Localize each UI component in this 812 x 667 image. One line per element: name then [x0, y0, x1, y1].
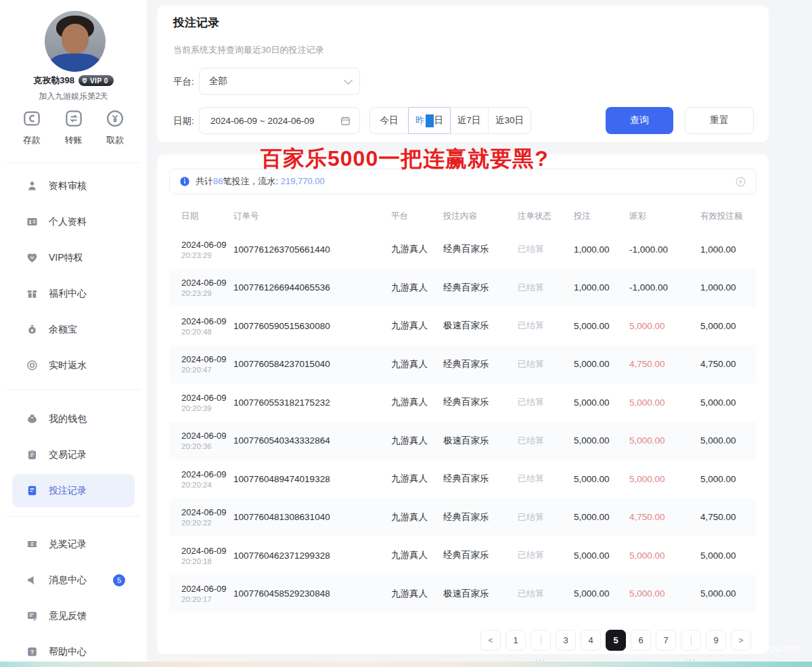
bet-content: 经典百家乐 — [443, 549, 518, 561]
range-button-近7日[interactable]: 近7日 — [450, 108, 489, 133]
reset-button[interactable]: 重置 — [685, 107, 754, 134]
sidebar-item-audit[interactable]: 资料审核 — [0, 168, 147, 204]
bet-date: 2024-06-09 — [181, 546, 233, 556]
bet-time: 20:20:48 — [181, 328, 233, 336]
table-row[interactable]: 2024-06-0920:23:291007761266944065536九游真… — [169, 269, 757, 307]
query-button[interactable]: 查询 — [606, 107, 673, 134]
order-number: 1007760590515630080 — [233, 321, 391, 331]
bet-content: 经典百家乐 — [443, 282, 518, 294]
vip-icon — [26, 251, 39, 264]
sidebar-item-megaphone[interactable]: 消息中心5 — [0, 562, 147, 598]
unread-count-badge: 5 — [113, 574, 125, 586]
more-pages-button[interactable]: ... — [531, 630, 551, 651]
table-row[interactable]: 2024-06-0920:20:361007760540343332864九游真… — [169, 422, 757, 460]
page-button-6[interactable]: 6 — [631, 630, 651, 651]
range-button-今日[interactable]: 今日 — [370, 108, 409, 133]
quick-action-deposit[interactable]: 存款 — [22, 108, 42, 146]
table-row[interactable]: 2024-06-0920:20:221007760481308631040九游真… — [169, 498, 757, 537]
date-range-input[interactable]: 2024-06-09 ~ 2024-06-09 — [199, 107, 360, 134]
bet-count: 86 — [213, 176, 223, 186]
vip-badge: VIP 0 — [78, 75, 114, 86]
sidebar-item-notebook[interactable]: 投注记录 — [12, 474, 135, 507]
expand-plus-icon[interactable] — [735, 176, 746, 188]
quick-actions: 存款转账取款 — [0, 108, 147, 146]
order-number: 1007760540343332864 — [233, 435, 391, 446]
payout-amount: 5,000.00 — [629, 397, 700, 408]
sidebar-item-rebate[interactable]: 实时返水 — [0, 347, 147, 383]
piggy-icon — [26, 412, 39, 425]
page-subtitle: 当前系统支持查询最近30日的投注记录 — [173, 44, 323, 56]
bet-date-cell: 2024-06-0920:20:39 — [181, 393, 233, 412]
bet-status: 已结算 — [518, 358, 574, 370]
page-button-5[interactable]: 5 — [606, 630, 626, 651]
sidebar-item-idcard[interactable]: 个人资料 — [0, 204, 147, 240]
bet-date: 2024-06-09 — [181, 316, 233, 326]
column-header: 有效投注额 — [700, 211, 757, 222]
bet-status: 已结算 — [518, 473, 574, 485]
payout-amount: 5,000.00 — [629, 588, 700, 599]
order-number: 1007760584237015040 — [233, 359, 391, 369]
page-button-4[interactable]: 4 — [581, 630, 601, 651]
table-row[interactable]: 2024-06-0920:23:291007761263705661440九游真… — [169, 230, 757, 269]
bet-amount: 1,000.00 — [574, 244, 629, 255]
platform-select-value: 全部 — [209, 75, 227, 87]
table-row[interactable]: 2024-06-0920:20:241007760489474019328九游真… — [169, 460, 757, 498]
sidebar-item-vip[interactable]: VIP特权 — [0, 240, 147, 276]
table-row[interactable]: 2024-06-0920:20:391007760553182175232九游真… — [169, 383, 757, 422]
sidebar-item-gift[interactable]: 福利中心 — [0, 276, 147, 311]
info-icon — [179, 176, 190, 187]
page-button-7[interactable]: 7 — [656, 630, 676, 651]
sidebar-item-label: 帮助中心 — [49, 646, 87, 658]
platform-select[interactable]: 全部 — [199, 68, 360, 95]
bet-date-cell: 2024-06-0920:20:24 — [181, 469, 233, 489]
main-content: 投注记录 当前系统支持查询最近30日的投注记录 平台: 全部 日期: 2024-… — [147, 0, 812, 667]
platform: 九游真人 — [391, 549, 443, 561]
sidebar-item-clipboard[interactable]: 交易记录 — [0, 437, 147, 473]
join-days-text: 加入九游娱乐第2天 — [0, 91, 147, 102]
avatar[interactable] — [45, 11, 106, 72]
idcard-icon — [26, 215, 39, 228]
sidebar-item-piggy[interactable]: 我的钱包 — [0, 401, 147, 437]
quick-action-label: 转账 — [65, 134, 83, 146]
page-button-1[interactable]: 1 — [505, 630, 526, 651]
deposit-icon — [22, 108, 42, 129]
valid-bet-amount: 4,750.00 — [700, 359, 757, 369]
column-header: 投注 — [574, 211, 629, 222]
page-button-3[interactable]: 3 — [556, 630, 576, 651]
sidebar-item-help[interactable]: ?帮助中心 — [0, 634, 147, 662]
bet-time: 20:20:17 — [181, 595, 233, 603]
table-row[interactable]: 2024-06-0920:20:171007760458529230848九游真… — [169, 575, 757, 614]
payout-amount: 4,750.00 — [629, 359, 700, 369]
withdraw-icon — [105, 108, 125, 129]
range-button-昨日[interactable]: 昨日 — [408, 107, 451, 134]
quick-action-withdraw[interactable]: 取款 — [105, 108, 125, 146]
page-button-9[interactable]: 9 — [706, 630, 726, 651]
sidebar-item-ticket[interactable]: 兑奖记录 — [0, 526, 147, 562]
table-row[interactable]: 2024-06-0920:20:181007760462371299328九游真… — [169, 536, 757, 575]
column-header: 日期 — [181, 211, 233, 222]
bet-date-cell: 2024-06-0920:20:22 — [181, 507, 233, 527]
platform: 九游真人 — [391, 435, 443, 447]
more-pages-button[interactable]: ... — [681, 630, 701, 651]
platform: 九游真人 — [391, 473, 443, 485]
sidebar-item-feedback[interactable]: 意见反馈 — [0, 598, 147, 634]
bet-amount: 5,000.00 — [574, 588, 629, 599]
sidebar-item-label: VIP特权 — [49, 252, 83, 264]
quick-action-transfer[interactable]: 转账 — [64, 108, 84, 146]
range-button-近30日[interactable]: 近30日 — [489, 108, 531, 133]
sidebar-item-label: 兑奖记录 — [49, 538, 87, 551]
page-title: 投注记录 — [173, 15, 219, 30]
prev-page-button[interactable]: < — [480, 630, 501, 651]
table-row[interactable]: 2024-06-0920:20:481007760590515630080九游真… — [169, 307, 757, 345]
next-page-button[interactable]: > — [731, 630, 751, 651]
table-row[interactable]: 2024-06-0920:20:471007760584237015040九游真… — [169, 345, 757, 384]
bet-date: 2024-06-09 — [181, 507, 233, 517]
bet-date: 2024-06-09 — [181, 393, 233, 403]
payout-amount: 4,750.00 — [629, 512, 700, 522]
payout-amount: -1,000.00 — [629, 244, 700, 255]
table-body: 2024-06-0920:23:291007761263705661440九游真… — [157, 230, 769, 613]
bet-status: 已结算 — [518, 396, 574, 408]
date-label: 日期: — [173, 115, 194, 127]
table-header: 日期订单号平台投注内容注单状态投注派彩有效投注额 — [169, 203, 757, 229]
sidebar-item-moneybag[interactable]: 余额宝 — [0, 311, 147, 347]
